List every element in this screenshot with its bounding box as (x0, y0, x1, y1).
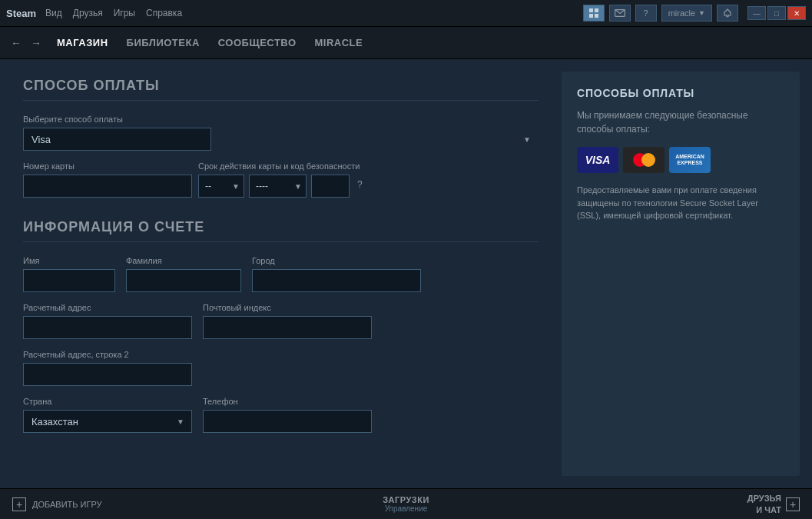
country-select-wrapper: Казахстан Россия Украина ▼ (23, 410, 192, 433)
downloads-sub-label[interactable]: Управление (383, 504, 429, 513)
back-arrow[interactable]: ← (8, 35, 25, 51)
country-group: Страна Казахстан Россия Украина ▼ (23, 397, 192, 433)
card-row: Номер карты Срок действия карты и код бе… (23, 161, 539, 198)
card-number-label: Номер карты (23, 161, 192, 171)
country-phone-row: Страна Казахстан Россия Украина ▼ Телефо… (23, 397, 539, 433)
svg-rect-3 (595, 14, 598, 18)
account-section-title: ИНФОРМАЦИЯ О СЧЕТЕ (23, 219, 539, 242)
city-input[interactable] (252, 269, 421, 292)
payment-method-group: Выберите способ оплаты Visa MasterCard A… (23, 115, 539, 151)
right-panel-desc: Мы принимаем следующие безопасные способ… (577, 108, 784, 136)
menu-friends[interactable]: Друзья (73, 8, 103, 18)
window-controls: — □ ✕ (747, 6, 806, 20)
expiry-label: Срок действия карты и код безопасности (198, 161, 363, 171)
menu-help[interactable]: Справка (146, 8, 182, 18)
bottom-right: ДРУЗЬЯ И ЧАТ + (747, 493, 800, 515)
right-security-text: Предоставляемые вами при оплате сведения… (577, 184, 784, 222)
menu-games[interactable]: Игры (114, 8, 135, 18)
bottom-bar: + ДОБАВИТЬ ИГРУ ЗАГРУЗКИ Управление ДРУЗ… (0, 488, 812, 519)
address2-group: Расчетный адрес, строка 2 (23, 350, 192, 386)
first-name-group: Имя (23, 256, 115, 292)
store-icon-btn[interactable] (583, 5, 605, 22)
address-input[interactable] (23, 316, 192, 339)
title-menu: Вид Друзья Игры Справка (45, 8, 182, 18)
visa-icon: VISA (577, 147, 618, 173)
downloads-label[interactable]: ЗАГРУЗКИ (383, 495, 429, 504)
nav-arrows: ← → (8, 35, 45, 51)
card-number-input[interactable] (23, 175, 192, 198)
svg-rect-0 (589, 8, 593, 12)
right-panel: СПОСОБЫ ОПЛАТЫ Мы принимаем следующие бе… (562, 72, 800, 476)
phone-group: Телефон (203, 397, 372, 433)
first-name-input[interactable] (23, 269, 115, 292)
postal-group: Почтовый индекс (203, 303, 372, 339)
minimize-btn[interactable]: — (747, 6, 766, 20)
forward-arrow[interactable]: → (28, 35, 45, 51)
mc-yellow-circle (641, 153, 655, 167)
mc-circles (633, 153, 655, 167)
address2-label: Расчетный адрес, строка 2 (23, 350, 192, 359)
country-select[interactable]: Казахстан Россия Украина (23, 410, 192, 433)
expiry-month-select[interactable]: -- 01 02 03 04 05 06 07 08 09 10 11 (198, 175, 244, 198)
first-name-label: Имя (23, 256, 115, 265)
friends-chat-button[interactable]: ДРУЗЬЯ И ЧАТ (747, 493, 781, 515)
last-name-group: Фамилия (126, 256, 241, 292)
close-btn[interactable]: ✕ (787, 6, 806, 20)
payment-icons: VISA AMERICANEXPRESS (577, 147, 784, 173)
user-menu[interactable]: miracle ▼ (661, 5, 712, 22)
maximize-btn[interactable]: □ (767, 6, 786, 20)
bottom-center: ЗАГРУЗКИ Управление (383, 495, 429, 513)
expiry-year-select[interactable]: ---- 2024 2025 2026 2027 2028 2029 2030 (249, 175, 307, 198)
title-bar: Steam Вид Друзья Игры Справка ? miracle … (0, 0, 812, 27)
last-name-input[interactable] (126, 269, 241, 292)
brand-label: Steam (6, 8, 36, 19)
add-game-icon[interactable]: + (12, 497, 26, 511)
username-label: miracle (668, 8, 695, 18)
right-panel-title: СПОСОБЫ ОПЛАТЫ (577, 87, 784, 99)
left-panel: СПОСОБ ОПЛАТЫ Выберите способ оплаты Vis… (0, 59, 562, 488)
city-group: Город (252, 256, 421, 292)
notifications-btn[interactable] (717, 5, 738, 22)
main-container: СПОСОБ ОПЛАТЫ Выберите способ оплаты Vis… (0, 59, 812, 488)
address-label: Расчетный адрес (23, 303, 192, 312)
cvv-hint[interactable]: ? (357, 179, 363, 190)
menu-vid[interactable]: Вид (45, 8, 62, 18)
payment-method-select[interactable]: Visa MasterCard American Express (23, 128, 211, 151)
phone-label: Телефон (203, 397, 372, 406)
expiry-year-wrapper: ---- 2024 2025 2026 2027 2028 2029 2030 … (249, 175, 307, 198)
cvv-input[interactable] (311, 175, 350, 198)
country-label: Страна (23, 397, 192, 406)
nav-store[interactable]: МАГАЗИН (57, 37, 108, 48)
payment-section-title: СПОСОБ ОПЛАТЫ (23, 78, 539, 101)
last-name-label: Фамилия (126, 256, 241, 265)
account-section: ИНФОРМАЦИЯ О СЧЕТЕ Имя Фамилия Город Рас… (23, 219, 539, 433)
nav-username[interactable]: MIRACLE (315, 37, 363, 48)
nav-community[interactable]: СООБЩЕСТВО (218, 37, 297, 48)
amex-icon: AMERICANEXPRESS (669, 147, 711, 173)
card-number-group: Номер карты (23, 161, 192, 198)
mail-icon-btn[interactable] (609, 5, 631, 22)
payment-select-arrow: ▼ (523, 135, 531, 144)
postal-input[interactable] (203, 316, 372, 339)
expiry-inputs: -- 01 02 03 04 05 06 07 08 09 10 11 (198, 175, 363, 198)
payment-method-select-wrapper: Visa MasterCard American Express ▼ (23, 128, 539, 151)
title-bar-right: ? miracle ▼ — □ ✕ (583, 5, 806, 22)
nav-links: МАГАЗИН БИБЛИОТЕКА СООБЩЕСТВО MIRACLE (57, 37, 363, 48)
phone-input[interactable] (203, 410, 372, 433)
nav-library[interactable]: БИБЛИОТЕКА (127, 37, 200, 48)
address-row: Расчетный адрес Почтовый индекс (23, 303, 539, 339)
city-label: Город (252, 256, 421, 265)
mastercard-icon (623, 147, 665, 173)
address2-input[interactable] (23, 363, 192, 386)
address2-row: Расчетный адрес, строка 2 (23, 350, 539, 386)
name-row: Имя Фамилия Город (23, 256, 539, 292)
nav-bar: ← → МАГАЗИН БИБЛИОТЕКА СООБЩЕСТВО MIRACL… (0, 27, 812, 59)
bottom-left: + ДОБАВИТЬ ИГРУ (12, 497, 102, 511)
address-group: Расчетный адрес (23, 303, 192, 339)
expiry-month-wrapper: -- 01 02 03 04 05 06 07 08 09 10 11 (198, 175, 244, 198)
add-friend-icon[interactable]: + (786, 497, 800, 511)
add-game-button[interactable]: ДОБАВИТЬ ИГРУ (32, 500, 102, 509)
expiry-section: Срок действия карты и код безопасности -… (198, 161, 363, 198)
postal-label: Почтовый индекс (203, 303, 372, 312)
help-icon-btn[interactable]: ? (635, 5, 657, 22)
